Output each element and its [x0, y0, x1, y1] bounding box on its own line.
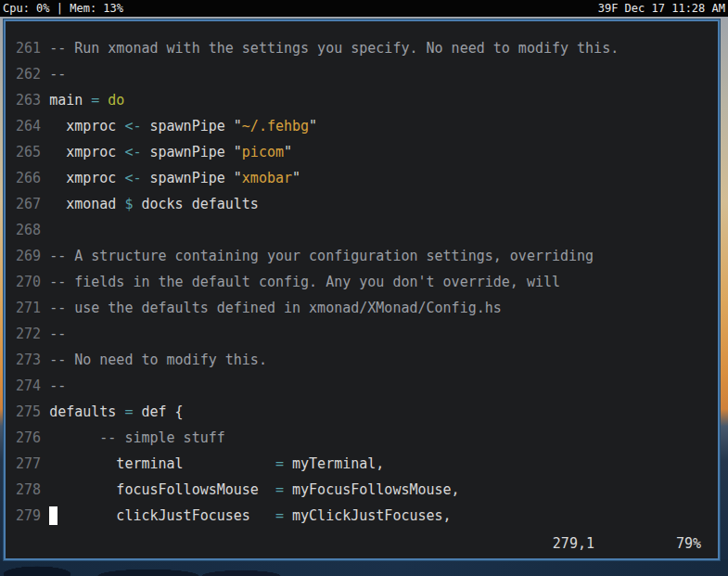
code-line[interactable]: 269 -- A structure containing your confi… — [16, 243, 718, 269]
code-area[interactable]: 261 -- Run xmonad with the settings you … — [16, 35, 718, 529]
code-line[interactable]: 273 -- No need to modify this. — [16, 347, 718, 373]
code-line[interactable]: 275 defaults = def { — [16, 399, 718, 425]
code-line[interactable]: 261 -- Run xmonad with the settings you … — [16, 35, 718, 61]
line-number: 278 — [16, 481, 49, 498]
line-number: 265 — [16, 144, 49, 160]
code-segment-comment: -- use the defaults defined in xmonad/XM… — [49, 300, 502, 316]
code-line[interactable]: 265 xmproc <- spawnPipe "picom" — [16, 139, 718, 165]
code-segment-quote: " — [234, 144, 242, 160]
line-number: 261 — [16, 40, 49, 57]
line-number: 269 — [16, 248, 49, 264]
line-number: 277 — [16, 455, 49, 472]
code-segment-plain: def { — [133, 403, 183, 420]
code-segment-plain: focusFollowsMouse — [49, 481, 275, 498]
code-segment-comment: -- — [49, 326, 66, 342]
cursor-block — [49, 506, 57, 525]
code-line[interactable]: 270 -- fields in the default config. Any… — [16, 269, 718, 295]
line-number: 272 — [16, 326, 49, 342]
line-number: 276 — [16, 429, 49, 446]
code-line[interactable]: 276 -- simple stuff — [16, 425, 718, 451]
line-number: 268 — [16, 222, 49, 238]
code-segment-plain: xmproc — [49, 144, 124, 160]
line-number: 275 — [16, 403, 49, 420]
code-line[interactable]: 268 — [16, 217, 718, 243]
line-number: 263 — [16, 92, 49, 109]
code-segment-comment: -- fields in the default config. Any you… — [49, 274, 560, 290]
code-segment-keyword: do — [108, 92, 124, 109]
code-segment-plain: myFocusFollowsMouse, — [284, 481, 460, 498]
desktop: { "topbar": { "left": "Cpu: 0% | Mem: 13… — [0, 0, 728, 576]
code-segment-plain: myClickJustFocuses, — [284, 507, 452, 524]
line-number: 274 — [16, 378, 49, 394]
code-segment-op: <- — [124, 144, 141, 160]
code-segment-quote: " — [309, 118, 317, 134]
scroll-percent-indicator: 79% — [676, 531, 701, 557]
desktop-wallpaper-bottom — [0, 559, 728, 576]
terminal-window[interactable]: 261 -- Run xmonad with the settings you … — [4, 19, 720, 560]
line-number: 270 — [16, 274, 49, 290]
code-segment-quote: " — [284, 144, 292, 160]
code-line[interactable]: 262 -- — [16, 61, 718, 87]
code-segment-comment: -- A structure containing your configura… — [49, 248, 594, 264]
code-segment-string: picom — [242, 144, 284, 160]
code-segment-op: = — [275, 455, 284, 472]
cursor-position-indicator: 279,1 — [553, 531, 594, 557]
line-number: 264 — [16, 118, 49, 134]
code-line[interactable]: 271 -- use the defaults defined in xmona… — [16, 295, 718, 321]
code-line[interactable]: 263 main = do — [16, 87, 718, 113]
line-number: 262 — [16, 66, 49, 83]
code-segment-quote: " — [234, 170, 242, 186]
line-number: 271 — [16, 300, 49, 316]
code-segment-plain: xmonad — [49, 196, 124, 212]
code-segment-plain: clickJustFocuses — [49, 507, 275, 524]
code-segment-comment: -- No need to modify this. — [49, 352, 267, 368]
vim-ruler: 279,1 79% — [6, 531, 718, 557]
vim-editor[interactable]: 261 -- Run xmonad with the settings you … — [6, 21, 718, 558]
code-segment-plain: xmproc — [49, 118, 124, 134]
code-line[interactable]: 277 terminal = myTerminal, — [16, 451, 718, 477]
code-line[interactable]: 267 xmonad $ docks defaults — [16, 191, 718, 217]
code-line[interactable]: 272 -- — [16, 321, 718, 347]
code-segment-comment: -- — [49, 66, 66, 83]
code-segment-op: <- — [124, 118, 141, 134]
code-segment-plain: spawnPipe — [141, 118, 233, 134]
code-segment-string: ~/.fehbg — [242, 118, 309, 134]
code-segment-comment: -- Run xmonad with the settings you spec… — [49, 40, 619, 57]
line-number: 266 — [16, 170, 49, 186]
line-number: 279 — [16, 507, 49, 524]
code-segment-plain: spawnPipe — [141, 144, 233, 160]
code-segment-plain: xmproc — [49, 170, 124, 186]
code-segment-quote: " — [292, 170, 300, 186]
code-segment-plain — [99, 92, 108, 109]
code-segment-comment: -- — [49, 378, 66, 394]
code-segment-plain: defaults — [49, 403, 124, 420]
code-line[interactable]: 264 xmproc <- spawnPipe "~/.fehbg" — [16, 113, 718, 139]
code-segment-plain: terminal — [49, 455, 275, 472]
line-number: 267 — [16, 196, 49, 212]
code-line[interactable]: 278 focusFollowsMouse = myFocusFollowsMo… — [16, 477, 718, 503]
line-number: 273 — [16, 352, 49, 368]
cpu-mem-status: Cpu: 0% | Mem: 13% — [3, 0, 123, 17]
xmobar-status-bar: Cpu: 0% | Mem: 13% 39F Dec 17 11:28 AM — [0, 0, 728, 17]
code-segment-plain: docks defaults — [133, 196, 258, 212]
code-line[interactable]: 279 clickJustFocuses = myClickJustFocuse… — [16, 503, 718, 529]
code-segment-string: xmobar — [242, 170, 292, 186]
code-segment-plain: spawnPipe — [141, 170, 233, 186]
code-segment-plain: myTerminal, — [284, 455, 384, 472]
code-segment-op: = — [275, 507, 284, 524]
code-segment-op: = — [91, 92, 99, 109]
code-line[interactable]: 274 -- — [16, 373, 718, 399]
clock-status: 39F Dec 17 11:28 AM — [598, 0, 725, 17]
code-segment-quote: " — [234, 118, 242, 134]
code-segment-comment: -- simple stuff — [49, 429, 225, 446]
code-segment-plain: main — [49, 92, 91, 109]
code-segment-op: <- — [124, 170, 141, 186]
code-line[interactable]: 266 xmproc <- spawnPipe "xmobar" — [16, 165, 718, 191]
code-segment-op: = — [275, 481, 284, 498]
